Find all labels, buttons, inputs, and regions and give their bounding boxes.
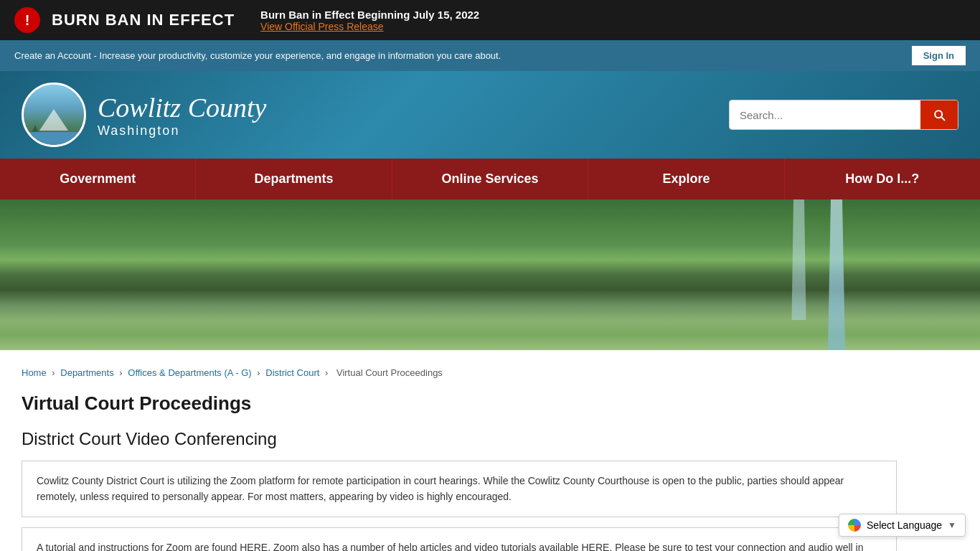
breadcrumb-departments[interactable]: Departments [60,367,113,378]
sign-in-button[interactable]: Sign In [912,46,966,65]
alert-title: BURN BAN IN EFFECT [52,11,235,29]
search-area [729,100,958,130]
waterfall-decoration [822,199,851,350]
site-header: Cowlitz County Washington [0,71,980,159]
alert-icon: ! [14,7,40,33]
search-box [729,100,958,130]
site-name-main: Cowlitz County [98,92,266,123]
hero-image [0,199,980,350]
account-bar: Create an Account - Increase your produc… [0,40,980,71]
google-translate-icon [848,519,861,532]
content-wrapper: Home › Departments › Offices & Departmen… [0,350,980,551]
alert-banner: ! BURN BAN IN EFFECT Burn Ban in Effect … [0,0,980,40]
logo-area: Cowlitz County Washington [22,83,266,147]
alert-press-release-link[interactable]: View Official Press Release [260,21,479,32]
search-button[interactable] [920,100,958,129]
section-title: District Court Video Conferencing [22,429,897,449]
breadcrumb-district-court[interactable]: District Court [265,367,319,378]
create-account-link[interactable]: Create an Account [14,50,91,61]
breadcrumb-offices[interactable]: Offices & Departments (A - G) [128,367,251,378]
account-bar-text: Create an Account - Increase your produc… [14,50,501,61]
content-paragraph-1: Cowlitz County District Court is utilizi… [22,461,897,517]
chevron-down-icon: ▼ [948,520,956,530]
breadcrumb: Home › Departments › Offices & Departmen… [22,367,897,378]
nav-item-departments[interactable]: Departments [196,159,392,199]
breadcrumb-current: Virtual Court Proceedings [336,367,443,378]
waterfall-decoration-2 [790,199,808,320]
site-name-sub: Washington [98,123,266,138]
search-input[interactable] [730,100,920,129]
breadcrumb-home[interactable]: Home [22,367,47,378]
alert-details: Burn Ban in Effect Beginning July 15, 20… [260,9,479,32]
content-paragraph-2: A tutorial and instructions for Zoom are… [22,527,897,551]
nav-item-online-services[interactable]: Online Services [392,159,588,199]
alert-details-title: Burn Ban in Effect Beginning July 15, 20… [260,9,479,21]
nav-item-how-do-i[interactable]: How Do I...? [785,159,980,199]
nav-item-explore[interactable]: Explore [588,159,784,199]
search-icon [932,108,946,122]
main-content: Home › Departments › Offices & Departmen… [0,350,918,551]
nav-item-government[interactable]: Government [0,159,196,199]
select-language-widget[interactable]: Select Language ▼ [839,514,966,537]
main-nav: Government Departments Online Services E… [0,159,980,199]
select-language-label: Select Language [867,519,942,531]
site-name: Cowlitz County Washington [98,92,266,138]
page-title: Virtual Court Proceedings [22,392,897,415]
logo-image [22,83,86,147]
account-bar-description: - Increase your productivity, customize … [91,50,501,61]
